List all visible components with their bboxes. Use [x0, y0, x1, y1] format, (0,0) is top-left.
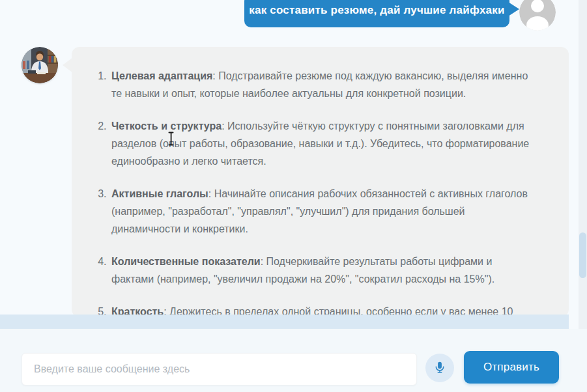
send-button[interactable]: Отправить: [464, 351, 559, 384]
user-bubble-tail: [508, 2, 519, 16]
microphone-icon: [433, 360, 447, 376]
chat-message-area: как составить резюме, дай лучшие лайфхак…: [0, 0, 587, 329]
text-ibeam-cursor-icon: [167, 132, 175, 146]
composer-bar: Отправить: [0, 329, 587, 392]
user-avatar: [519, 0, 556, 31]
mic-button[interactable]: [425, 354, 454, 382]
chat-app: как составить резюме, дай лучшие лайфхак…: [0, 0, 587, 392]
assistant-message-bubble: Целевая адаптация: Подстраивайте резюме …: [72, 47, 569, 317]
scrollbar-thumb[interactable]: [579, 232, 586, 278]
bottom-highlight-strip: [0, 315, 569, 329]
scrollbar-track[interactable]: [579, 0, 587, 329]
tip-title: Количественные показатели: [111, 256, 261, 267]
person-silhouette-icon: [519, 21, 556, 31]
message-input[interactable]: [21, 353, 417, 385]
user-message-text: как составить резюме, дай лучшие лайфхак…: [249, 4, 504, 18]
tip-title: Активные глаголы: [111, 188, 208, 199]
tip-title: Четкость и структура: [111, 120, 222, 132]
list-item: Количественные показатели: Подчеркивайте…: [109, 253, 533, 288]
list-item: Целевая адаптация: Подстраивайте резюме …: [109, 67, 533, 102]
tip-title: Целевая адаптация: [111, 70, 212, 81]
man-at-desk-photo-icon: [21, 74, 58, 83]
list-item: Активные глаголы: Начинайте описания раб…: [109, 185, 533, 238]
assistant-avatar: [21, 47, 58, 83]
resume-tips-list: Целевая адаптация: Подстраивайте резюме …: [95, 67, 533, 317]
user-message-bubble: как составить резюме, дай лучшие лайфхак…: [244, 0, 509, 27]
